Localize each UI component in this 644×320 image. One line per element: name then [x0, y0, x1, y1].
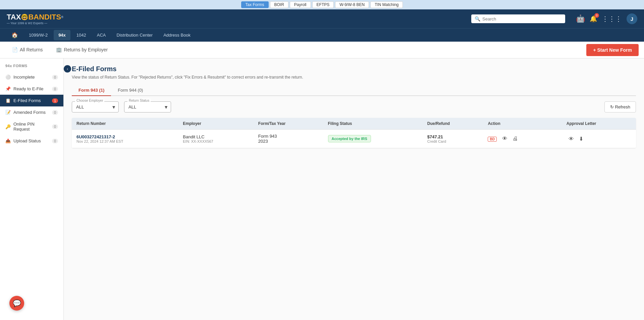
efiled-count: 1 — [52, 98, 58, 103]
topbar-w9w8ben[interactable]: W-9/W-8 BEN — [335, 1, 369, 8]
chat-bubble-btn[interactable]: 💬 — [9, 296, 24, 311]
sidebar-efiled-label: E-Filed Forms — [13, 98, 41, 103]
sidebar-item-upload-status[interactable]: 📤 Upload Status 0 — [0, 135, 63, 147]
topbar-payroll[interactable]: Payroll — [290, 1, 311, 8]
col-filing-status: Filing Status — [323, 118, 423, 130]
sidebar-heading: 94x FORMS — [0, 64, 63, 71]
nav-aca[interactable]: ACA — [92, 30, 111, 40]
upload-count: 0 — [52, 139, 58, 143]
topbar-boir[interactable]: BOIR — [270, 1, 288, 8]
cell-due-refund: $747.21 Credit Card — [423, 130, 483, 148]
tax-year-value: 2023 — [258, 139, 319, 144]
sidebar-ready-label: Ready to E-File — [13, 86, 44, 91]
start-new-form-button[interactable]: + Start New Form — [586, 44, 639, 56]
topbar-tax-forms[interactable]: Tax Forms — [241, 1, 269, 8]
top-bar: Tax Forms BOIR Payroll EFTPS W-9/W-8 BEN… — [0, 0, 644, 9]
col-due-refund: Due/Refund — [423, 118, 483, 130]
logo-reg: ® — [61, 15, 63, 19]
cell-approval-letter: 👁 ⬇ — [562, 130, 636, 148]
ready-count: 0 — [52, 87, 58, 91]
sidebar-item-efiled-forms[interactable]: 📋 E-Filed Forms 1 — [0, 95, 63, 106]
logo-tax: TAX — [7, 13, 21, 21]
col-action: Action — [483, 118, 561, 130]
robot-icon-btn[interactable]: 🤖 — [576, 14, 585, 23]
sidebar-amended-label: Amended Forms — [13, 110, 46, 115]
due-method-value: Credit Card — [427, 139, 479, 143]
cell-action: BD 👁 🖨 — [483, 130, 561, 148]
incomplete-count: 0 — [52, 75, 58, 80]
logo-owl-icon: 🤓 — [21, 13, 28, 21]
employer-filter-group: Choose Employer ALL ▼ — [72, 101, 119, 112]
print-return-btn[interactable]: 🖨 — [511, 134, 520, 143]
table-header-row: Return Number Employer Form/Tax Year Fil… — [72, 118, 636, 130]
sidebar-item-online-pin[interactable]: 🔑 Online PIN Request 0 — [0, 118, 63, 135]
notification-bell-btn[interactable]: 🔔 0 — [590, 15, 597, 22]
download-approval-btn[interactable]: ⬇ — [577, 134, 585, 143]
employer-ein: EIN: XX-XXXX567 — [183, 139, 249, 143]
nav-1099w2[interactable]: 1099/W-2 — [24, 30, 52, 40]
all-returns-icon: 📄 — [12, 47, 18, 52]
employer-filter-select[interactable]: ALL — [72, 101, 119, 112]
nav-address-book[interactable]: Address Book — [159, 30, 195, 40]
search-bar[interactable]: 🔍 — [471, 14, 565, 23]
form-value: Form 943 — [258, 134, 319, 139]
content-area: ‹ 94x FORMS ⚪ Incomplete 0 📌 Ready to E-… — [0, 58, 644, 320]
topbar-eftps[interactable]: EFTPS — [312, 1, 334, 8]
cell-return-number: 6U003272421317-2 Nov 22, 2024 12:37 AM E… — [72, 130, 178, 148]
sidebar-item-incomplete[interactable]: ⚪ Incomplete 0 — [0, 71, 63, 83]
main-nav: 🏠 1099/W-2 94x 1042 ACA Distribution Cen… — [0, 28, 644, 42]
notification-badge: 0 — [594, 13, 599, 18]
nav-94x[interactable]: 94x — [54, 30, 70, 40]
logo[interactable]: TAX🤓BANDITS® — Your 1099 & W2 Experts — — [7, 13, 63, 25]
sidebar: ‹ 94x FORMS ⚪ Incomplete 0 📌 Ready to E-… — [0, 58, 64, 320]
col-return-number: Return Number — [72, 118, 178, 130]
pin-icon: 🔑 — [5, 124, 11, 129]
page-description: View the status of Return Status. For "R… — [72, 75, 636, 80]
view-return-btn[interactable]: 👁 — [500, 134, 509, 143]
page-title: E-Filed Forms — [72, 65, 636, 73]
ready-icon: 📌 — [5, 86, 11, 91]
cell-form-tax-year: Form 943 2023 — [254, 130, 323, 148]
logo-bandits: BANDITS — [28, 13, 61, 21]
sidebar-item-amended-forms[interactable]: 📝 Amended Forms 0 — [0, 106, 63, 118]
logo-sub: — Your 1099 & W2 Experts — — [7, 21, 63, 25]
col-employer: Employer — [178, 118, 254, 130]
form-tab-bar: Form 943 (1) Form 944 (0) — [72, 85, 636, 96]
filing-status-badge: Accepted by the IRS — [328, 135, 371, 142]
employer-filter-label: Choose Employer — [75, 99, 104, 102]
view-approval-btn[interactable]: 👁 — [567, 135, 576, 143]
refresh-button[interactable]: ↻ Refresh — [604, 101, 636, 112]
avatar[interactable]: J — [627, 13, 637, 24]
col-form-tax-year: Form/Tax Year — [254, 118, 323, 130]
due-amount-value: $747.21 — [427, 134, 479, 139]
header-icons: 🤖 🔔 0 ⋮⋮⋮ J — [576, 13, 637, 24]
status-filter-select[interactable]: ALL — [124, 101, 171, 112]
nav-distribution[interactable]: Distribution Center — [112, 30, 158, 40]
cell-employer: Bandit LLC EIN: XX-XXXX567 — [178, 130, 254, 148]
sidebar-item-ready-to-efile[interactable]: 📌 Ready to E-File 0 — [0, 83, 63, 95]
grid-menu-btn[interactable]: ⋮⋮⋮ — [602, 15, 622, 23]
table-row: 6U003272421317-2 Nov 22, 2024 12:37 AM E… — [72, 130, 636, 148]
returns-table: Return Number Employer Form/Tax Year Fil… — [72, 118, 636, 148]
status-filter-label: Return Status — [127, 99, 151, 102]
form-tab-944[interactable]: Form 944 (0) — [111, 85, 150, 96]
incomplete-icon: ⚪ — [5, 75, 11, 80]
tab-all-returns[interactable]: 📄 All Returns — [5, 43, 49, 57]
search-icon: 🔍 — [475, 16, 480, 21]
main-content: E-Filed Forms View the status of Return … — [64, 58, 644, 320]
employer-name: Bandit LLC — [183, 134, 249, 139]
form-tab-943[interactable]: Form 943 (1) — [72, 85, 111, 96]
view-tab-bar: 📄 All Returns 🏢 Returns by Employer + St… — [0, 42, 644, 58]
return-date-value: Nov 22, 2024 12:37 AM EST — [76, 139, 173, 143]
nav-1042[interactable]: 1042 — [72, 30, 91, 40]
search-input[interactable] — [482, 16, 562, 21]
tab-all-returns-label: All Returns — [20, 47, 43, 52]
sidebar-collapse-btn[interactable]: ‹ — [64, 65, 71, 73]
nav-home[interactable]: 🏠 — [7, 29, 23, 41]
topbar-tin-matching[interactable]: TIN Matching — [370, 1, 403, 8]
status-filter-group: Return Status ALL ▼ — [124, 101, 171, 112]
sidebar-incomplete-label: Incomplete — [13, 75, 35, 80]
amended-count: 0 — [52, 110, 58, 115]
header: TAX🤓BANDITS® — Your 1099 & W2 Experts — … — [0, 9, 644, 28]
tab-returns-by-employer[interactable]: 🏢 Returns by Employer — [49, 43, 114, 57]
